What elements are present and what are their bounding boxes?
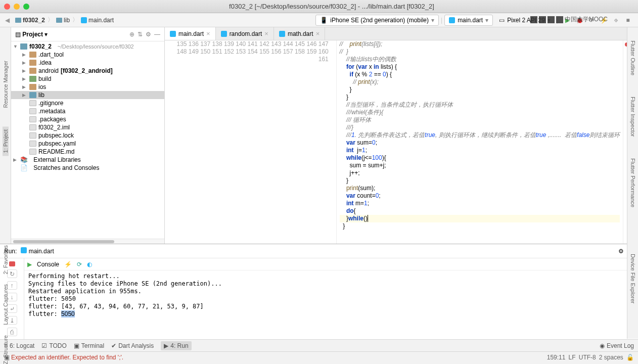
editor-tabs: main.dart×random.dart×math.dart×: [165, 27, 627, 40]
lightning-icon[interactable]: ⚡: [64, 261, 72, 268]
dart-file-icon: [81, 17, 87, 23]
project-tab[interactable]: 1: Project: [3, 126, 9, 156]
favorites-tab[interactable]: 2: Favorites: [3, 245, 9, 274]
project-tree[interactable]: ▼ f0302_2 ~/Desktop/lesson/source/f0302 …: [11, 41, 164, 239]
reload-icon[interactable]: ⟳: [77, 261, 82, 268]
maximize-window-icon[interactable]: [23, 4, 29, 10]
gear-icon[interactable]: ⚙: [146, 31, 151, 38]
tree-item[interactable]: ▶android [f0302_2_android]: [11, 67, 164, 75]
line-gutter[interactable]: 135 136 137 138 139 140 141 142 143 144 …: [165, 40, 333, 244]
dart-file-icon: [21, 247, 27, 253]
editor-tab[interactable]: random.dart×: [216, 27, 274, 40]
tree-root[interactable]: ▼ f0302_2 ~/Desktop/lesson/source/f0302: [11, 42, 164, 51]
editor-tab[interactable]: main.dart×: [165, 27, 216, 40]
breadcrumb-file[interactable]: main.dart: [79, 16, 115, 24]
dart-file-icon: [221, 31, 227, 37]
console-tab[interactable]: Console: [37, 261, 59, 268]
editor-tab[interactable]: math.dart×: [274, 27, 325, 40]
debug-icon[interactable]: 🐞: [575, 16, 583, 24]
status-bar: ▣ Expected an identifier. Expected to fi…: [0, 351, 638, 362]
tree-item[interactable]: ▶.dart_tool: [11, 51, 164, 59]
bottom-toolbar: ≡ 6: Logcat ☑ TODO ▣ Terminal ✔ Dart Ana…: [0, 339, 638, 351]
line-separator[interactable]: LF: [569, 354, 576, 361]
tree-item[interactable]: README.md: [11, 148, 164, 156]
tree-item[interactable]: pubspec.lock: [11, 131, 164, 140]
open-devtools-icon[interactable]: ◐: [87, 261, 92, 268]
project-view-dropdown[interactable]: ▤ Project ▾: [15, 31, 48, 38]
close-tab-icon[interactable]: ×: [206, 30, 210, 37]
tree-item[interactable]: pubspec.yaml: [11, 140, 164, 148]
file-icon: [29, 141, 36, 147]
cursor-position[interactable]: 159:11: [547, 354, 566, 361]
run-panel: Run: main.dart ⚙ — ↻ ↑ ↓ ⤶ ⤓ ⎙ ▶ Console…: [0, 244, 638, 339]
resource-manager-tab[interactable]: Resource Manager: [3, 58, 9, 111]
attach-icon[interactable]: ⎆: [612, 16, 620, 24]
device-file-explorer-tab[interactable]: Device File Explorer: [630, 254, 636, 303]
nav-back-icon[interactable]: ◀: [3, 17, 12, 24]
event-log-tab[interactable]: ◉ Event Log: [600, 342, 634, 349]
folder-icon: [20, 43, 27, 50]
tree-item[interactable]: ▶lib: [11, 91, 164, 99]
scratches[interactable]: 📄 Scratches and Consoles: [11, 164, 164, 172]
right-tool-rail: Flutter Outline Flutter Inspector Flutte…: [627, 27, 638, 244]
tree-item[interactable]: ▶build: [11, 75, 164, 83]
collapse-icon[interactable]: ⊕: [129, 31, 134, 38]
run-icon[interactable]: ▶: [563, 16, 571, 24]
phone-icon: 📱: [320, 17, 328, 24]
hide-icon[interactable]: —: [154, 31, 160, 38]
tree-scrollbar[interactable]: [11, 239, 164, 244]
close-tab-icon[interactable]: ×: [264, 30, 268, 37]
todo-tab[interactable]: ☑ TODO: [41, 342, 66, 349]
tree-item[interactable]: f0302_2.iml: [11, 123, 164, 131]
settings-icon[interactable]: ⇅: [138, 31, 143, 38]
indent[interactable]: 2 spaces: [599, 354, 623, 361]
hot-reload-icon[interactable]: ⚡: [600, 16, 608, 24]
profile-icon[interactable]: ⟳: [587, 16, 596, 24]
dart-analysis-tab[interactable]: ✔ Dart Analysis: [111, 342, 154, 349]
folder-icon: [29, 52, 36, 58]
layout-captures-tab[interactable]: Layout Captures: [3, 284, 9, 325]
status-error[interactable]: Expected an identifier. Expected to find…: [11, 354, 123, 361]
stop-icon[interactable]: ■: [624, 16, 632, 24]
folder-icon: [29, 68, 36, 74]
terminal-tab[interactable]: ▣ Terminal: [74, 342, 104, 349]
folder-icon: [56, 18, 62, 23]
flutter-inspector-tab[interactable]: Flutter Inspector: [630, 94, 636, 140]
breadcrumb-project[interactable]: f0302_2: [14, 16, 47, 24]
tree-item[interactable]: .metadata: [11, 107, 164, 115]
close-tab-icon[interactable]: ×: [316, 30, 320, 37]
tree-item[interactable]: ▶.idea: [11, 59, 164, 67]
error-stripe[interactable]: [623, 40, 627, 244]
readonly-icon[interactable]: 🔓: [626, 354, 634, 361]
device-selector[interactable]: 📱 iPhone SE (2nd generation) (mobile)▾: [315, 15, 439, 26]
code-content[interactable]: // print(lists[i]);// } //输出lists中的偶数 fo…: [337, 40, 623, 244]
run-config-selector[interactable]: main.dart▾: [444, 15, 493, 26]
folder-icon: [29, 92, 36, 98]
minimize-window-icon[interactable]: [14, 4, 20, 10]
error-marker-icon[interactable]: [625, 42, 627, 47]
folder-icon: [29, 76, 36, 82]
run-tab[interactable]: ▶ 4: Run: [161, 341, 191, 350]
external-libraries[interactable]: ▶📚 External Libraries: [11, 156, 164, 164]
tree-item[interactable]: .gitignore: [11, 99, 164, 107]
tree-item[interactable]: .packages: [11, 115, 164, 123]
target-device[interactable]: ▭ Pixel 2 API 29▾: [495, 15, 555, 25]
file-icon: [29, 108, 36, 114]
file-icon: [29, 132, 36, 139]
project-panel: ▤ Project ▾ ⊕ ⇅ ⚙ — ▼ f0302_2 ~/Desktop/…: [11, 27, 165, 244]
close-window-icon[interactable]: [4, 4, 10, 10]
structure-tab[interactable]: Z. Structure: [3, 335, 9, 364]
phone-icon: ▭: [499, 17, 505, 24]
code-editor: main.dart×random.dart×math.dart× 135 136…: [165, 27, 627, 244]
flutter-performance-tab[interactable]: Flutter Performance: [630, 155, 636, 210]
run-config[interactable]: main.dart: [21, 247, 54, 255]
encoding[interactable]: UTF-8: [579, 354, 596, 361]
console-play-icon[interactable]: ▶: [27, 261, 32, 268]
scratch-icon: 📄: [20, 164, 28, 171]
tree-item[interactable]: ▶ios: [11, 83, 164, 91]
console-output[interactable]: Performing hot restart... Syncing files …: [24, 270, 638, 339]
breadcrumb-lib[interactable]: lib: [55, 16, 71, 24]
gear-icon[interactable]: ⚙: [618, 248, 624, 255]
file-icon: [29, 124, 36, 130]
flutter-outline-tab[interactable]: Flutter Outline: [630, 37, 636, 78]
